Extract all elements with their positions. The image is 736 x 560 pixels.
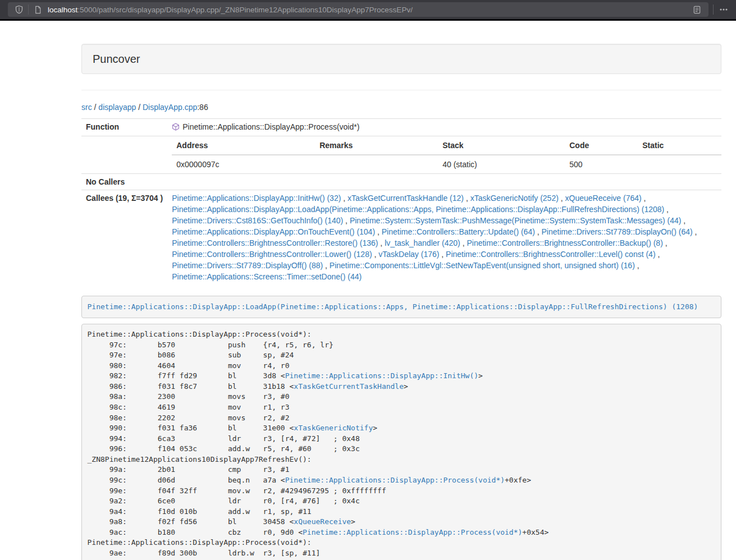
callee-link[interactable]: Pinetime::Applications::DisplayApp::Init… [172,194,341,203]
callee-link[interactable]: Pinetime::Controllers::Battery::Update()… [382,227,535,236]
callee-separator: , [343,216,350,225]
cell-address: 0x0000097c [172,155,315,173]
function-detail-values: 0x0000097c 40 (static) 500 [172,155,721,173]
callees-label: Callees (19, Σ=3704 ) [81,190,167,285]
callee-separator: , [439,250,446,259]
callee-link[interactable]: Pinetime::Drivers::St7789::DisplayOff() … [172,261,323,270]
url-bar-divider [28,4,29,15]
divider [81,90,721,90]
column-address: Address [172,136,315,155]
column-stack: Stack [438,136,565,155]
callee-link[interactable]: xTaskGetCurrentTaskHandle (12) [348,194,464,203]
assembly-symbol-link[interactable]: Pinetime::Applications::DisplayApp::Proc… [285,476,505,484]
assembly-symbol-link[interactable]: xTaskGenericNotify [294,424,373,432]
callee-link[interactable]: Pinetime::Components::LittleVgl::SetNewT… [330,261,635,270]
column-remarks: Remarks [315,136,438,155]
callee-separator: , [535,227,542,236]
app-header-panel: Puncover [81,44,721,74]
callee-separator: , [341,194,348,203]
shield-icon[interactable] [12,3,26,16]
toolbar-divider [713,4,714,15]
assembly-symbol-link[interactable]: xQueueReceive [294,517,351,526]
symbol-cube-icon [172,122,180,134]
callee-separator: , [656,250,660,259]
url-path: :5000/path/src/displayapp/DisplayApp.cpp… [77,6,413,14]
callees-list: Pinetime::Applications::DisplayApp::Init… [167,190,721,285]
callee-separator: , [378,238,385,247]
callee-link[interactable]: Pinetime::Applications::DisplayApp::OnTo… [172,227,375,236]
callees-row: Callees (19, Σ=3704 ) Pinetime::Applicat… [81,190,721,285]
callee-link[interactable]: Pinetime::Controllers::BrightnessControl… [467,238,662,247]
breadcrumb-link[interactable]: displayapp [98,103,136,112]
function-name: Pinetime::Applications::DisplayApp::Proc… [182,122,359,131]
callee-link[interactable]: xTaskGenericNotify (252) [470,194,559,203]
page-icon[interactable] [31,3,44,16]
assembly-code-block: Pinetime::Applications::DisplayApp::Proc… [81,324,721,560]
callee-separator: , [681,216,685,225]
column-code: Code [565,136,638,155]
callee-separator: , [664,205,669,214]
highlighted-symbol-box: Pinetime::Applications::DisplayApp::Load… [81,296,721,318]
page-content: Puncover src / displayapp / DisplayApp.c… [81,21,721,560]
page-actions-menu-icon[interactable] [716,3,732,16]
callee-separator: , [559,194,565,203]
callee-link[interactable]: Pinetime::System::SystemTask::PushMessag… [350,216,682,225]
page-title: Puncover [93,52,710,66]
callee-separator: , [464,194,470,203]
assembly-symbol-link[interactable]: xTaskGetCurrentTaskHandle [294,382,404,391]
callee-link[interactable]: Pinetime::Controllers::BrightnessControl… [172,250,372,259]
callers-row: No Callers [81,174,721,190]
callee-link[interactable]: lv_task_handler (420) [385,238,460,247]
breadcrumb-link[interactable]: DisplayApp.cpp [143,103,197,112]
callee-link[interactable]: Pinetime::Drivers::Cst816S::GetTouchInfo… [172,216,343,225]
callee-separator: , [663,238,668,247]
cell-remarks [315,155,438,173]
callee-link[interactable]: vTaskDelay (176) [378,250,439,259]
callee-link[interactable]: Pinetime::Applications::Screens::Timer::… [172,272,362,281]
function-detail-table: Address Remarks Stack Code Static 0x0000… [172,136,721,173]
callee-link[interactable]: Pinetime::Controllers::BrightnessControl… [172,238,378,247]
url-host: localhost [48,6,77,14]
callee-separator: , [375,227,382,236]
callee-link[interactable]: Pinetime::Drivers::St7789::DisplayOn() (… [542,227,693,236]
callee-link[interactable]: Pinetime::Applications::DisplayApp::Load… [172,205,664,214]
cell-static [638,155,721,173]
reader-mode-icon[interactable] [689,3,704,16]
callee-separator: , [642,194,646,203]
callee-link[interactable]: xQueueReceive (764) [565,194,642,203]
url-text[interactable]: localhost:5000/path/src/displayapp/Displ… [48,6,689,14]
loadapp-symbol-link[interactable]: Pinetime::Applications::DisplayApp::Load… [88,302,698,311]
symbol-table: Function Pinetime::Applications::Display… [81,118,721,284]
callee-separator: , [323,261,330,270]
function-label: Function [81,119,167,136]
cell-code: 500 [565,155,638,173]
callee-separator: , [372,250,379,259]
assembly-symbol-link[interactable]: Pinetime::Applications::DisplayApp::Proc… [303,528,522,536]
cell-stack: 40 (static) [438,155,565,173]
column-static: Static [638,136,721,155]
breadcrumb-link[interactable]: src [81,103,92,112]
assembly-symbol-link[interactable]: Pinetime::Applications::DisplayApp::Init… [285,371,478,380]
function-row: Function Pinetime::Applications::Display… [81,119,721,136]
callee-separator: , [635,261,639,270]
no-callers-label: No Callers [81,174,167,190]
function-detail-row: Address Remarks Stack Code Static 0x0000… [81,136,721,174]
breadcrumb: src / displayapp / DisplayApp.cpp:86 [81,102,721,113]
url-bar[interactable]: localhost:5000/path/src/displayapp/Displ… [8,2,708,17]
callee-link[interactable]: Pinetime::Controllers::BrightnessControl… [446,250,655,259]
callee-separator: , [460,238,467,247]
callee-separator: , [693,227,697,236]
browser-toolbar: localhost:5000/path/src/displayapp/Displ… [0,0,736,19]
